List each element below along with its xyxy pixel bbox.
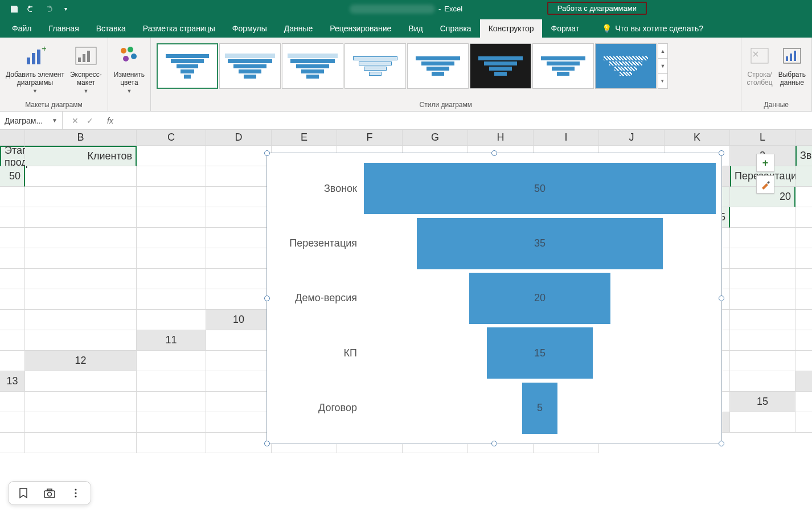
cell[interactable] bbox=[795, 392, 812, 412]
resize-handle[interactable] bbox=[719, 441, 724, 446]
cell[interactable] bbox=[0, 392, 25, 412]
cell[interactable] bbox=[730, 289, 795, 310]
funnel-bar[interactable]: 5 bbox=[522, 383, 557, 434]
tab-view[interactable]: Вид bbox=[400, 19, 431, 38]
cell[interactable] bbox=[0, 310, 25, 330]
chart-style-6[interactable] bbox=[470, 43, 531, 89]
column-header[interactable]: I bbox=[534, 130, 599, 146]
cell[interactable] bbox=[137, 392, 206, 412]
cell[interactable] bbox=[0, 248, 25, 269]
add-chart-element-button[interactable]: + Добавить элемент диаграммы ▼ bbox=[5, 41, 65, 95]
cell[interactable] bbox=[206, 207, 272, 228]
cell[interactable] bbox=[795, 207, 812, 228]
cell[interactable] bbox=[0, 207, 25, 228]
cell[interactable] bbox=[25, 187, 137, 207]
row-header[interactable]: 14 bbox=[795, 371, 812, 392]
redo-icon[interactable] bbox=[41, 2, 56, 17]
cell[interactable] bbox=[206, 187, 272, 207]
chart-style-7[interactable] bbox=[532, 43, 594, 89]
cell[interactable] bbox=[795, 330, 812, 351]
more-icon[interactable] bbox=[69, 486, 83, 500]
cell[interactable] bbox=[730, 351, 795, 371]
cell[interactable] bbox=[0, 412, 25, 433]
tab-page-layout[interactable]: Разметка страницы bbox=[134, 19, 224, 38]
row-header[interactable]: 13 bbox=[0, 371, 25, 392]
cell[interactable] bbox=[137, 207, 206, 228]
tab-review[interactable]: Рецензирование bbox=[321, 19, 400, 38]
cell[interactable] bbox=[795, 351, 812, 371]
row-header[interactable]: 10 bbox=[206, 310, 272, 330]
funnel-row[interactable]: КП15 bbox=[273, 327, 716, 379]
chart-style-8[interactable] bbox=[595, 43, 657, 89]
cell[interactable] bbox=[25, 289, 137, 310]
column-header[interactable]: G bbox=[403, 130, 468, 146]
cell[interactable] bbox=[25, 371, 137, 392]
cell[interactable] bbox=[137, 433, 206, 453]
resize-handle[interactable] bbox=[491, 441, 497, 446]
chart-style-5[interactable] bbox=[407, 43, 469, 89]
row-header[interactable]: 15 bbox=[730, 392, 795, 412]
cell[interactable] bbox=[25, 392, 137, 412]
gallery-up-icon[interactable]: ▲ bbox=[658, 44, 667, 59]
funnel-bar[interactable]: 35 bbox=[417, 218, 663, 269]
camera-icon[interactable] bbox=[43, 486, 56, 500]
column-header[interactable]: J bbox=[599, 130, 665, 146]
cell[interactable] bbox=[730, 412, 795, 433]
column-header[interactable]: C bbox=[137, 130, 206, 146]
tab-insert[interactable]: Вставка bbox=[88, 19, 134, 38]
bookmark-icon[interactable] bbox=[17, 486, 30, 500]
cell[interactable] bbox=[137, 371, 206, 392]
row-header[interactable]: 12 bbox=[25, 351, 137, 371]
funnel-chart-plot[interactable]: Звонок50Перезентация35Демо-версия20КП15Д… bbox=[267, 153, 721, 444]
tab-data[interactable]: Данные bbox=[276, 19, 322, 38]
resize-handle[interactable] bbox=[264, 296, 270, 301]
cell[interactable] bbox=[0, 187, 25, 207]
cell[interactable] bbox=[137, 412, 206, 433]
cell[interactable] bbox=[206, 433, 272, 453]
select-all-corner[interactable] bbox=[0, 130, 25, 146]
column-header[interactable]: L bbox=[730, 130, 795, 146]
cell[interactable] bbox=[206, 289, 272, 310]
column-header[interactable]: H bbox=[468, 130, 534, 146]
column-header[interactable]: B bbox=[25, 130, 137, 146]
gallery-down-icon[interactable]: ▼ bbox=[658, 59, 667, 73]
resize-handle[interactable] bbox=[719, 150, 724, 156]
cell[interactable] bbox=[795, 228, 812, 248]
cell[interactable] bbox=[25, 166, 137, 187]
cell[interactable]: Этап продаж bbox=[0, 146, 25, 166]
cell[interactable] bbox=[0, 228, 25, 248]
chart-style-3[interactable] bbox=[282, 43, 343, 89]
cell[interactable] bbox=[137, 310, 206, 330]
cell[interactable] bbox=[795, 289, 812, 310]
select-data-button[interactable]: Выбрать данные bbox=[777, 41, 807, 87]
cell[interactable] bbox=[25, 412, 137, 433]
chart-style-2[interactable] bbox=[219, 43, 281, 89]
resize-handle[interactable] bbox=[264, 150, 270, 156]
cell[interactable] bbox=[795, 269, 812, 289]
cell[interactable] bbox=[795, 310, 812, 330]
cell[interactable] bbox=[206, 228, 272, 248]
cell[interactable] bbox=[730, 371, 795, 392]
cell[interactable] bbox=[137, 269, 206, 289]
cell[interactable] bbox=[206, 248, 272, 269]
funnel-row[interactable]: Перезентация35 bbox=[273, 218, 716, 269]
row-header[interactable]: 1 bbox=[795, 130, 812, 146]
change-colors-button[interactable]: Изменить цвета ▼ bbox=[113, 41, 146, 95]
row-header[interactable]: 11 bbox=[137, 330, 206, 351]
funnel-bar[interactable]: 15 bbox=[487, 327, 592, 379]
column-header[interactable]: K bbox=[665, 130, 730, 146]
cell[interactable]: 35 bbox=[795, 166, 812, 187]
save-icon[interactable] bbox=[7, 2, 22, 17]
cell[interactable] bbox=[795, 187, 812, 207]
funnel-row[interactable]: Звонок50 bbox=[273, 163, 716, 214]
cell[interactable] bbox=[0, 330, 25, 351]
cell[interactable] bbox=[730, 310, 795, 330]
tell-me-search[interactable]: 💡 Что вы хотите сделать? bbox=[593, 19, 712, 38]
cell[interactable]: Звонок bbox=[795, 146, 812, 166]
chart-styles-button[interactable] bbox=[756, 175, 774, 194]
column-header[interactable]: F bbox=[337, 130, 403, 146]
cell[interactable] bbox=[25, 207, 137, 228]
cell[interactable] bbox=[25, 330, 137, 351]
cell[interactable] bbox=[25, 269, 137, 289]
cell[interactable]: Клиентов bbox=[25, 146, 137, 166]
